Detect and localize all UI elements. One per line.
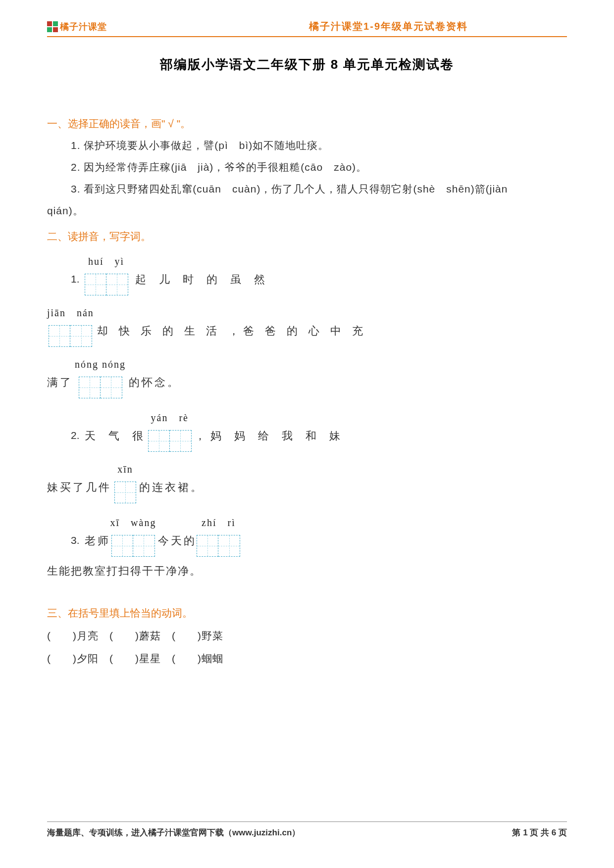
- char-box[interactable]: [111, 535, 133, 557]
- q1-2: 2. 因为经常侍弄庄稼(jiā jià)，爷爷的手很粗糙(cāo zào)。: [71, 156, 567, 178]
- pinyin: nóng nóng: [75, 354, 126, 375]
- pinyin-box: yán rè: [148, 407, 192, 452]
- text: 的连衣裙。: [136, 476, 204, 503]
- pinyin: yán rè: [151, 407, 189, 428]
- text: 妹买了几件: [47, 476, 114, 503]
- page-header: 橘子汁课堂 橘子汁课堂1-9年级单元试卷资料: [47, 20, 567, 37]
- char-box[interactable]: [106, 274, 128, 295]
- q2-2: 2. 天 气 很 yán rè ，妈 妈 给 我 和 妹 妹买了几件 xīn 的…: [71, 407, 567, 503]
- footer-left: 海量题库、专项训练，进入橘子汁课堂官网下载（www.juzizhi.cn）: [47, 827, 300, 838]
- page-footer: 海量题库、专项训练，进入橘子汁课堂官网下载（www.juzizhi.cn） 第 …: [47, 821, 567, 838]
- pinyin-box: nóng nóng: [75, 354, 126, 398]
- logo-text: 橘子汁课堂: [60, 21, 107, 33]
- logo-icon: [47, 21, 58, 32]
- pinyin-box: xīn: [114, 459, 136, 503]
- pinyin: xī wàng: [110, 512, 156, 533]
- content: 一、选择正确的读音，画" √ "。 1. 保护环境要从小事做起，譬(pì bì)…: [47, 113, 567, 670]
- pinyin-box: xī wàng: [110, 512, 156, 557]
- q1-3a: 3. 看到这只野猪四处乱窜(cuān cuàn)，伤了几个人，猎人只得朝它射(s…: [71, 178, 567, 200]
- char-box[interactable]: [49, 325, 70, 347]
- q-num: 1.: [71, 268, 85, 295]
- char-box[interactable]: [133, 535, 155, 557]
- text: 老师: [85, 530, 110, 556]
- char-box[interactable]: [79, 377, 101, 398]
- section-1-heading: 一、选择正确的读音，画" √ "。: [47, 113, 567, 135]
- q-num: 3.: [71, 530, 85, 556]
- document-title: 部编版小学语文二年级下册 8 单元单元检测试卷: [47, 56, 567, 73]
- pinyin: huí yì: [88, 251, 124, 272]
- char-box[interactable]: [101, 377, 122, 398]
- char-box[interactable]: [114, 482, 136, 503]
- text: 起 儿 时 的 虽 然: [128, 268, 270, 295]
- pinyin: xīn: [117, 459, 133, 480]
- char-box[interactable]: [148, 430, 170, 452]
- q1-1: 1. 保护环境要从小事做起，譬(pì bì)如不随地吐痰。: [71, 135, 567, 156]
- pinyin: zhí rì: [202, 512, 236, 533]
- fill-row-1: ( )月亮 ( )蘑菇 ( )野菜: [47, 625, 567, 647]
- section-3: 三、在括号里填上恰当的动词。 ( )月亮 ( )蘑菇 ( )野菜 ( )夕阳 (…: [47, 602, 567, 670]
- q1-3b: qián)。: [47, 200, 567, 222]
- char-box[interactable]: [197, 535, 218, 557]
- header-subtitle: 橘子汁课堂1-9年级单元试卷资料: [309, 20, 468, 33]
- pinyin: jiān nán: [47, 302, 94, 323]
- q-num: 2.: [71, 425, 85, 451]
- section-3-heading: 三、在括号里填上恰当的动词。: [47, 602, 567, 624]
- footer-right: 第 1 页 共 6 页: [512, 827, 567, 838]
- text: 满了: [47, 371, 75, 398]
- pinyin-box: zhí rì: [197, 512, 240, 557]
- pinyin-box: jiān nán: [47, 302, 94, 347]
- text: 天 气 很: [85, 425, 148, 451]
- char-box[interactable]: [85, 274, 106, 295]
- logo: 橘子汁课堂: [47, 21, 107, 33]
- char-box[interactable]: [70, 325, 92, 347]
- fill-row-2: ( )夕阳 ( )星星 ( )蝈蝈: [47, 648, 567, 670]
- text: 今天的: [156, 530, 197, 556]
- char-box[interactable]: [170, 430, 192, 452]
- text: 生能把教室打扫得干干净净。: [47, 560, 567, 582]
- q2-1: 1. huí yì 起 儿 时 的 虽 然 jiān nán 却 快 乐 的 生…: [71, 251, 567, 398]
- char-box[interactable]: [218, 535, 240, 557]
- text: 却 快 乐 的 生 活 ，爸 爸 的 心 中 充: [94, 320, 367, 346]
- q2-3: 3. 老师 xī wàng 今天的 zhí rì 生能把教室打扫得干干净净。: [71, 512, 567, 582]
- pinyin-box: huí yì: [85, 251, 128, 295]
- text: 的怀念。: [126, 371, 180, 398]
- text: ，妈 妈 给 我 和 妹: [192, 425, 346, 451]
- section-2-heading: 二、读拼音，写字词。: [47, 226, 567, 247]
